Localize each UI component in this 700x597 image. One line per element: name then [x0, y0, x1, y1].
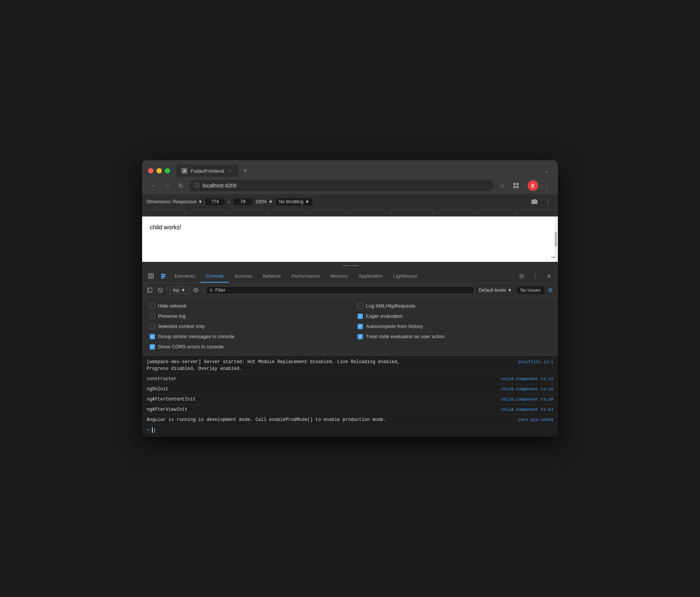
label-autocomplete-history: Autocomplete from history: [366, 323, 423, 329]
checkbox-autocomplete-history[interactable]: [358, 324, 363, 329]
responsive-more-button[interactable]: ⋮: [543, 196, 553, 207]
grip-line: [342, 265, 350, 266]
extension-button[interactable]: [511, 180, 521, 191]
console-prompt[interactable]: >|: [142, 425, 558, 435]
new-tab-button[interactable]: +: [240, 165, 251, 176]
ruler-mark: [474, 212, 515, 215]
devtools-cursor-button[interactable]: [157, 269, 169, 283]
maximize-window-button[interactable]: [165, 168, 170, 173]
filter-input[interactable]: ⊘ Filter: [206, 286, 474, 294]
settings-row-eager-eval[interactable]: Eager evaluation: [358, 312, 550, 320]
tab-sources[interactable]: Sources: [229, 270, 258, 283]
tab-expand-button[interactable]: ⌄: [541, 165, 552, 176]
console-entry-link[interactable]: child.component.ts:16: [501, 386, 553, 393]
bookmark-button[interactable]: ☆: [497, 180, 508, 191]
ruler: [142, 210, 558, 217]
dimensions-label: Dimensions: Responsive: [147, 199, 197, 204]
filter-icon: ⊘: [209, 288, 213, 293]
levels-dropdown[interactable]: Default levels ▼: [476, 287, 515, 294]
console-entry-text: Angular is running in development mode. …: [147, 416, 516, 423]
settings-row-show-cors[interactable]: Show CORS errors in console: [150, 343, 342, 351]
checkbox-preserve-log[interactable]: [150, 314, 155, 319]
tab-elements[interactable]: Elements: [169, 270, 200, 283]
checkbox-treat-code-eval[interactable]: [358, 334, 363, 339]
console-entry-text: constructor: [147, 376, 498, 382]
browser-tab[interactable]: A FudaoFrontend ×: [176, 165, 238, 177]
console-entry-link[interactable]: child.component.ts:12: [501, 376, 553, 382]
settings-row-selected-context[interactable]: Selected context only: [150, 322, 342, 330]
console-output: [webpack-dev-server] Server started: Hot…: [142, 356, 558, 437]
width-input[interactable]: [206, 198, 225, 205]
screenshot-button[interactable]: [529, 196, 540, 207]
levels-label: Default levels: [479, 288, 506, 293]
tab-network[interactable]: Network: [258, 270, 287, 283]
edit-icon: ✏: [551, 254, 556, 260]
checkbox-show-cors[interactable]: [150, 344, 155, 350]
throttling-dropdown[interactable]: No throttling ▼: [276, 198, 313, 206]
devtools-right-icons: ⋮ ✕: [516, 269, 555, 283]
console-entry-text: [webpack-dev-server] Server started: Hot…: [147, 359, 516, 372]
settings-row-hide-network[interactable]: Hide network: [150, 302, 342, 310]
console-settings-button[interactable]: ⚙: [546, 286, 555, 295]
close-window-button[interactable]: [148, 168, 153, 173]
svg-rect-7: [152, 277, 153, 278]
live-expressions-button[interactable]: [190, 285, 201, 295]
toolbar-divider: [524, 182, 525, 189]
console-settings-panel: Hide networkLog XMLHttpRequestsPreserve …: [142, 297, 558, 356]
dimensions-arrow-icon: ▼: [198, 199, 203, 204]
console-entry-link[interactable]: core.mjs:25520: [519, 417, 553, 423]
settings-row-treat-code-eval[interactable]: Treat code evaluation as user action: [358, 333, 550, 340]
ruler-mark: [515, 212, 556, 215]
throttling-label: No throttling: [279, 199, 304, 204]
more-options-button[interactable]: ⋮: [541, 180, 552, 191]
back-button[interactable]: ←: [148, 180, 159, 191]
console-entry-link[interactable]: child.component.ts:24: [501, 407, 553, 413]
devtools-inspect-button[interactable]: [145, 269, 157, 283]
minimize-window-button[interactable]: [156, 168, 162, 173]
ruler-mark: [268, 212, 309, 215]
settings-row-autocomplete-history[interactable]: Autocomplete from history: [358, 322, 550, 330]
forward-button[interactable]: →: [162, 180, 172, 191]
title-bar: A FudaoFrontend × + ⌄: [142, 160, 558, 177]
tab-application[interactable]: Application: [353, 270, 388, 283]
checkbox-selected-context[interactable]: [150, 324, 155, 329]
sidebar-toggle-button[interactable]: [145, 286, 154, 295]
tab-performance[interactable]: Performance: [286, 270, 325, 283]
console-entry-link[interactable]: polyfills.js:1: [519, 359, 553, 365]
checkbox-eager-eval[interactable]: [358, 314, 363, 319]
clear-console-button[interactable]: [156, 286, 165, 295]
ruler-mark: [432, 212, 474, 215]
svg-rect-9: [161, 276, 166, 277]
console-entry-text: ngAfterContentInit: [147, 396, 498, 403]
tab-console[interactable]: Console: [200, 270, 229, 283]
tab-memory[interactable]: Memory: [325, 270, 353, 283]
devtools-more-button[interactable]: ⋮: [529, 269, 541, 283]
context-selector[interactable]: top ▼: [170, 286, 189, 294]
filter-label: Filter: [215, 288, 226, 293]
profile-avatar[interactable]: E: [528, 180, 538, 191]
console-caret-icon: >: [147, 427, 150, 433]
tab-bar: A FudaoFrontend × + ⌄: [176, 165, 552, 177]
dimensions-dropdown[interactable]: Dimensions: Responsive ▼: [147, 199, 203, 204]
checkbox-hide-network[interactable]: [150, 303, 155, 309]
height-input[interactable]: [234, 198, 252, 205]
devtools-settings-button[interactable]: [516, 269, 528, 283]
settings-row-group-similar[interactable]: Group similar messages in console: [150, 333, 342, 340]
devtools-close-button[interactable]: ✕: [543, 269, 555, 283]
throttling-arrow-icon: ▼: [305, 199, 310, 204]
settings-row-preserve-log[interactable]: Preserve log: [150, 312, 342, 320]
checkbox-group-similar[interactable]: [150, 334, 155, 339]
navigation-toolbar: ← → ↻ ⓘ localhost:4200 ☆ E ⋮: [142, 177, 558, 194]
console-toolbar: top ▼ ⊘ Filter Default levels ▼ No Issue…: [142, 283, 558, 297]
zoom-dropdown[interactable]: 100% ▼: [256, 199, 273, 204]
label-selected-context: Selected context only: [158, 323, 205, 329]
resize-handle[interactable]: [142, 262, 558, 269]
reload-button[interactable]: ↻: [175, 180, 186, 191]
tab-lighthouse[interactable]: Lighthouse: [388, 270, 423, 283]
settings-row-log-xml[interactable]: Log XMLHttpRequests: [358, 302, 550, 310]
scrollbar-thumb[interactable]: [555, 232, 557, 247]
address-bar[interactable]: ⓘ localhost:4200: [189, 180, 494, 191]
tab-close-button[interactable]: ×: [227, 168, 233, 174]
console-entry-link[interactable]: child.component.ts:20: [501, 396, 553, 403]
checkbox-log-xml[interactable]: [358, 303, 363, 309]
